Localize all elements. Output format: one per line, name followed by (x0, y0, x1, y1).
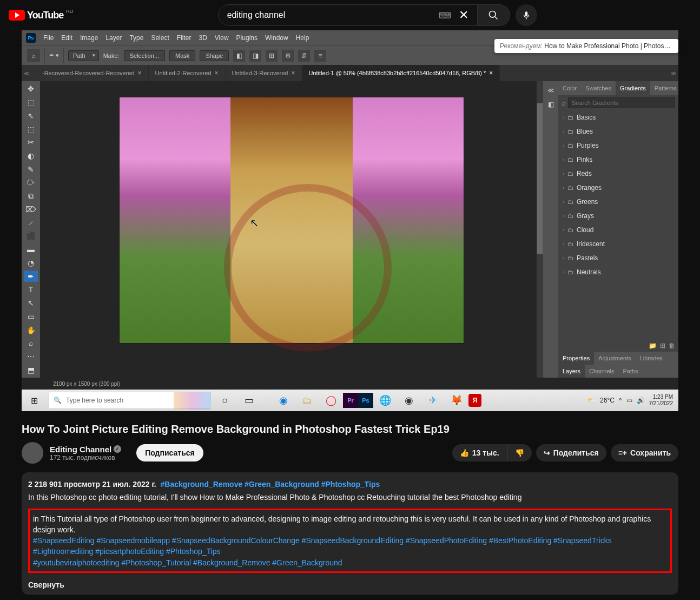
ps-tab-0[interactable]: -Recovered-Recovered-Recovered× (36, 65, 149, 81)
description-box[interactable]: 2 218 901 просмотр 21 июл. 2022 г. #Back… (22, 472, 678, 595)
search-button[interactable] (478, 4, 510, 26)
windows-start-button[interactable]: ⊞ (22, 390, 47, 411)
windows-search[interactable]: 🔍 Type here to search (49, 392, 211, 409)
channel-name[interactable]: Editing Channel ✓ (50, 445, 121, 454)
tray-chevron-icon[interactable]: ^ (619, 397, 622, 404)
ps-shape-button[interactable]: Shape (200, 50, 229, 61)
tab-properties[interactable]: Properties (558, 352, 594, 365)
recommendation-card[interactable]: Рекомендуем: How to Make Professional Ph… (494, 39, 678, 53)
taskbar-edge[interactable]: ◉ (272, 390, 295, 411)
share-button[interactable]: ↪ Поделиться (536, 444, 606, 461)
channel-avatar[interactable] (22, 442, 43, 464)
gradient-folder[interactable]: ›🗀Purples (558, 139, 678, 153)
ps-tab-1[interactable]: Untitled-2-Recovered× (149, 65, 226, 81)
ps-tool-mode[interactable]: Path (68, 50, 99, 61)
ps-tool-4[interactable]: ✂ (24, 137, 38, 148)
description-box-tags1[interactable]: #SnapseedEditing #Snapseedmobileapp #Sna… (33, 535, 667, 557)
ps-menu-select[interactable]: Select (151, 34, 169, 42)
ps-tool-8[interactable]: ⧉ (24, 190, 38, 202)
tray-network-icon[interactable]: ▭ (626, 397, 632, 404)
new-icon[interactable]: ⊞ (660, 342, 665, 350)
ps-tool-19[interactable]: ⌕ (24, 338, 38, 349)
gradient-folder[interactable]: ›🗀Pinks (558, 153, 678, 167)
ps-opt-icon1[interactable]: ◧ (233, 50, 245, 62)
ps-tool-18[interactable]: ✋ (24, 324, 38, 335)
taskbar-photoshop[interactable]: Ps (358, 393, 373, 408)
ps-tool-15[interactable]: T (24, 284, 38, 295)
ps-opt-icon5[interactable]: ⇵ (298, 50, 310, 62)
ps-canvas[interactable]: ↖ (40, 81, 543, 378)
gradient-folder[interactable]: ›🗀Blues (558, 124, 678, 139)
tab-color[interactable]: Color (558, 81, 581, 95)
tab-channels[interactable]: Channels (585, 365, 618, 378)
ps-menu-type[interactable]: Type (129, 34, 143, 42)
ps-opt-icon2[interactable]: ◨ (249, 50, 261, 62)
weather-temp[interactable]: 26°C (600, 397, 615, 404)
tab-layers[interactable]: Layers (558, 365, 585, 378)
ps-tool-3[interactable]: ⬚ (24, 123, 38, 135)
ps-tool-7[interactable]: ⧃ (24, 177, 38, 188)
ps-tool-16[interactable]: ↖ (24, 298, 38, 309)
voice-search-button[interactable] (516, 4, 537, 26)
close-icon[interactable]: × (138, 69, 142, 77)
ps-tool-13[interactable]: ◔ (24, 258, 38, 269)
gradient-folder[interactable]: ›🗀Cloud (558, 223, 678, 237)
subscribe-button[interactable]: Подписаться (136, 444, 203, 461)
search-input[interactable] (227, 10, 439, 20)
ps-opt-icon4[interactable]: ⚙ (282, 50, 294, 62)
collapse-button[interactable]: Свернуть (28, 579, 64, 590)
ps-dock-icon1[interactable]: ≪ (545, 84, 557, 96)
ps-menu-window[interactable]: Window (265, 34, 288, 42)
ps-tool-0[interactable]: ✥ (24, 83, 38, 95)
ps-tab-2[interactable]: Untitled-3-Recovered× (226, 65, 302, 81)
dislike-button[interactable]: 👎 (507, 444, 532, 461)
ps-tool-21[interactable]: ⬒ (24, 364, 38, 375)
taskbar-premiere[interactable]: Pr (343, 393, 358, 408)
folder-icon[interactable]: 📁 (649, 342, 657, 350)
ps-tool-11[interactable]: ⬛ (24, 230, 38, 242)
ps-menu-plugins[interactable]: Plugins (236, 34, 257, 42)
ps-tool-20[interactable]: ⋯ (24, 351, 38, 362)
description-head-tags[interactable]: #Background_Remove #Green_Background #Ph… (161, 480, 380, 489)
ps-tool-5[interactable]: ◐ (24, 150, 38, 162)
weather-icon[interactable]: ⛅ (587, 397, 596, 404)
taskbar-opera[interactable]: ◯ (319, 390, 343, 411)
clear-search-icon[interactable]: ✕ (459, 8, 468, 22)
ps-tool-12[interactable]: ▬ (24, 244, 38, 255)
ps-tool-1[interactable]: ⬚ (24, 97, 38, 108)
ps-menu-file[interactable]: File (43, 34, 54, 42)
gradient-search-input[interactable] (568, 97, 675, 108)
gradient-folder[interactable]: ›🗀Neutrals (558, 265, 678, 279)
ps-tab-3[interactable]: Untitled-1 @ 50% (4b6f838c83b2b8cff21654… (302, 65, 500, 81)
close-icon[interactable]: × (215, 69, 219, 77)
taskbar-telegram[interactable]: ✈ (421, 390, 445, 411)
ps-menu-view[interactable]: View (215, 34, 229, 42)
ps-opt-icon6[interactable]: ≡ (314, 50, 326, 62)
tab-adjustments[interactable]: Adjustments (594, 352, 636, 365)
taskbar-obs[interactable]: ◉ (397, 390, 421, 411)
ps-menu-filter[interactable]: Filter (177, 34, 191, 42)
ps-menu-help[interactable]: Help (296, 34, 309, 42)
gradient-folder[interactable]: ›🗀Iridescent (558, 237, 678, 251)
ps-menu-layer[interactable]: Layer (105, 34, 122, 42)
ps-selection-button[interactable]: Selection... (124, 50, 165, 61)
gradient-folder[interactable]: ›🗀Oranges (558, 181, 678, 195)
tab-libraries[interactable]: Libraries (636, 352, 667, 365)
gradient-folder[interactable]: ›🗀Basics (558, 110, 678, 124)
ps-dock-icon2[interactable]: ◧ (545, 98, 557, 110)
ps-tool-9[interactable]: ⌦ (24, 204, 38, 215)
ps-tabs-scroll-right[interactable]: ≫ (671, 70, 676, 76)
like-button[interactable]: 👍 13 тыс. (452, 444, 507, 461)
clock[interactable]: 1:23 PM7/21/2022 (649, 394, 673, 407)
tab-swatches[interactable]: Swatches (581, 81, 616, 95)
ps-tool-17[interactable]: ▭ (24, 311, 38, 322)
gradient-folder[interactable]: ›🗀Greens (558, 195, 678, 209)
tab-patterns[interactable]: Patterns (650, 81, 681, 95)
description-box-tags2[interactable]: #youtubeviralphotoediting #Photoshop_Tut… (33, 557, 667, 568)
ps-menu-image[interactable]: Image (80, 34, 98, 42)
ps-opt-icon3[interactable]: ⊞ (266, 50, 278, 62)
taskbar-firefox[interactable]: 🦊 (445, 390, 468, 411)
tab-paths[interactable]: Paths (619, 365, 643, 378)
task-view-icon[interactable]: ○ (213, 390, 237, 411)
gradient-folder[interactable]: ›🗀Reds (558, 167, 678, 181)
